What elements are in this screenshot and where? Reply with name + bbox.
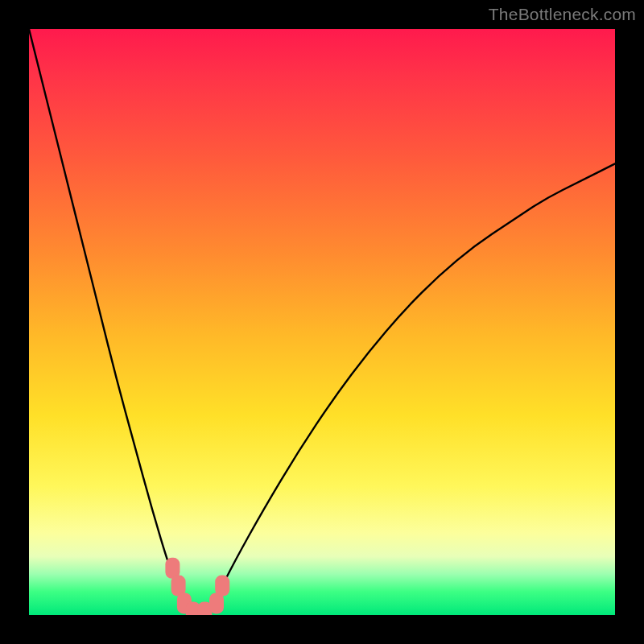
plot-area — [29, 29, 615, 615]
chart-svg — [29, 29, 615, 615]
marker-dot — [215, 576, 229, 597]
bottleneck-curve — [29, 29, 615, 615]
chart-frame: TheBottleneck.com — [0, 0, 644, 644]
watermark-text: TheBottleneck.com — [489, 5, 636, 24]
highlight-markers — [165, 558, 229, 615]
